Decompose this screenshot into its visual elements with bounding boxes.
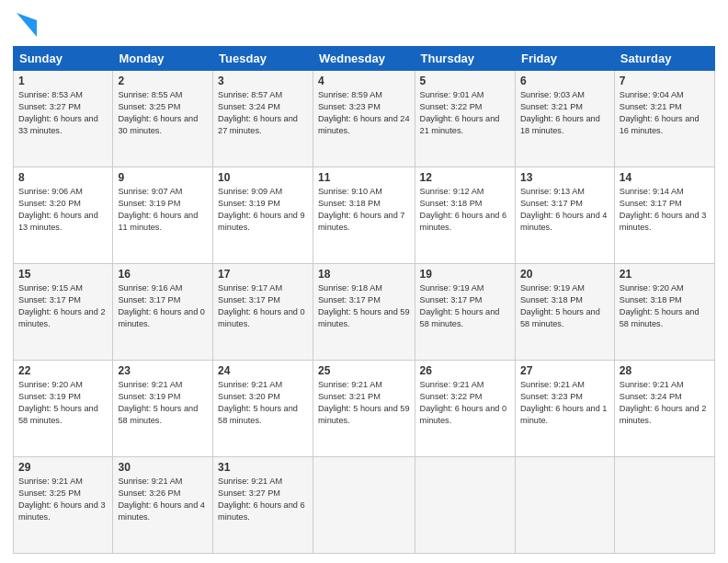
day-number: 15 — [18, 268, 108, 281]
calendar-cell: 17 Sunrise: 9:17 AMSunset: 3:17 PMDaylig… — [213, 264, 313, 361]
calendar-cell: 22 Sunrise: 9:20 AMSunset: 3:19 PMDaylig… — [14, 361, 113, 457]
day-number: 8 — [18, 171, 108, 184]
cell-content: Sunrise: 9:21 AMSunset: 3:26 PMDaylight:… — [118, 476, 208, 523]
cell-content: Sunrise: 9:15 AMSunset: 3:17 PMDaylight:… — [18, 282, 108, 330]
day-number: 23 — [118, 364, 208, 377]
header-day: Thursday — [415, 47, 515, 71]
cell-content: Sunrise: 9:20 AMSunset: 3:19 PMDaylight:… — [18, 379, 108, 427]
calendar-cell: 24 Sunrise: 9:21 AMSunset: 3:20 PMDaylig… — [213, 361, 313, 457]
cell-content: Sunrise: 8:57 AMSunset: 3:24 PMDaylight:… — [218, 89, 308, 137]
calendar-cell: 7 Sunrise: 9:04 AMSunset: 3:21 PMDayligh… — [614, 71, 714, 167]
cell-content: Sunrise: 8:59 AMSunset: 3:23 PMDaylight:… — [318, 89, 410, 137]
calendar-cell: 12 Sunrise: 9:12 AMSunset: 3:18 PMDaylig… — [415, 167, 515, 264]
calendar-cell: 21 Sunrise: 9:20 AMSunset: 3:18 PMDaylig… — [614, 264, 714, 361]
cell-content: Sunrise: 9:09 AMSunset: 3:19 PMDaylight:… — [218, 186, 308, 234]
cell-content: Sunrise: 9:19 AMSunset: 3:18 PMDaylight:… — [520, 282, 609, 330]
day-number: 20 — [520, 268, 609, 281]
page: SundayMondayTuesdayWednesdayThursdayFrid… — [0, 0, 728, 563]
calendar-table: SundayMondayTuesdayWednesdayThursdayFrid… — [13, 46, 715, 554]
calendar-cell: 3 Sunrise: 8:57 AMSunset: 3:24 PMDayligh… — [213, 71, 313, 167]
calendar-cell: 5 Sunrise: 9:01 AMSunset: 3:22 PMDayligh… — [415, 71, 515, 167]
cell-content: Sunrise: 9:12 AMSunset: 3:18 PMDaylight:… — [420, 186, 510, 234]
cell-content: Sunrise: 9:21 AMSunset: 3:20 PMDaylight:… — [218, 379, 308, 427]
day-number: 10 — [218, 171, 308, 184]
day-number: 3 — [218, 75, 308, 87]
day-number: 30 — [118, 461, 208, 474]
calendar-cell: 19 Sunrise: 9:19 AMSunset: 3:17 PMDaylig… — [415, 264, 515, 361]
svg-marker-0 — [17, 13, 37, 37]
calendar-cell — [313, 457, 415, 554]
header-day: Saturday — [614, 47, 714, 71]
day-number: 4 — [318, 75, 410, 87]
day-number: 27 — [520, 364, 609, 377]
cell-content: Sunrise: 9:21 AMSunset: 3:23 PMDaylight:… — [520, 379, 609, 427]
day-number: 24 — [218, 364, 308, 377]
day-number: 9 — [118, 171, 208, 184]
calendar-cell: 26 Sunrise: 9:21 AMSunset: 3:22 PMDaylig… — [415, 361, 515, 457]
calendar-cell — [415, 457, 515, 554]
calendar-cell: 25 Sunrise: 9:21 AMSunset: 3:21 PMDaylig… — [313, 361, 415, 457]
day-number: 19 — [420, 268, 510, 281]
day-number: 14 — [620, 171, 710, 184]
cell-content: Sunrise: 9:14 AMSunset: 3:17 PMDaylight:… — [620, 186, 710, 234]
calendar-cell: 2 Sunrise: 8:55 AMSunset: 3:25 PMDayligh… — [113, 71, 213, 167]
cell-content: Sunrise: 9:21 AMSunset: 3:24 PMDaylight:… — [620, 379, 710, 427]
cell-content: Sunrise: 9:18 AMSunset: 3:17 PMDaylight:… — [318, 282, 410, 330]
calendar-cell: 18 Sunrise: 9:18 AMSunset: 3:17 PMDaylig… — [313, 264, 415, 361]
cell-content: Sunrise: 9:07 AMSunset: 3:19 PMDaylight:… — [118, 186, 208, 234]
calendar-cell: 29 Sunrise: 9:21 AMSunset: 3:25 PMDaylig… — [14, 457, 113, 554]
cell-content: Sunrise: 9:21 AMSunset: 3:22 PMDaylight:… — [420, 379, 510, 427]
calendar-cell: 9 Sunrise: 9:07 AMSunset: 3:19 PMDayligh… — [113, 167, 213, 264]
calendar-cell: 10 Sunrise: 9:09 AMSunset: 3:19 PMDaylig… — [213, 167, 313, 264]
calendar-cell: 11 Sunrise: 9:10 AMSunset: 3:18 PMDaylig… — [313, 167, 415, 264]
calendar-cell: 13 Sunrise: 9:13 AMSunset: 3:17 PMDaylig… — [515, 167, 614, 264]
day-number: 13 — [520, 171, 609, 184]
calendar-cell: 15 Sunrise: 9:15 AMSunset: 3:17 PMDaylig… — [14, 264, 113, 361]
day-number: 12 — [420, 171, 510, 184]
calendar-cell: 28 Sunrise: 9:21 AMSunset: 3:24 PMDaylig… — [614, 361, 714, 457]
day-number: 26 — [420, 364, 510, 377]
cell-content: Sunrise: 9:06 AMSunset: 3:20 PMDaylight:… — [18, 186, 108, 234]
cell-content: Sunrise: 9:16 AMSunset: 3:17 PMDaylight:… — [118, 282, 208, 330]
day-number: 6 — [520, 75, 609, 87]
cell-content: Sunrise: 9:21 AMSunset: 3:19 PMDaylight:… — [118, 379, 208, 427]
day-number: 28 — [620, 364, 710, 377]
header-day: Wednesday — [313, 47, 415, 71]
cell-content: Sunrise: 9:20 AMSunset: 3:18 PMDaylight:… — [620, 282, 710, 330]
cell-content: Sunrise: 9:21 AMSunset: 3:21 PMDaylight:… — [318, 379, 410, 427]
calendar-cell: 23 Sunrise: 9:21 AMSunset: 3:19 PMDaylig… — [113, 361, 213, 457]
header — [13, 9, 715, 40]
cell-content: Sunrise: 9:13 AMSunset: 3:17 PMDaylight:… — [520, 186, 609, 234]
calendar-cell: 27 Sunrise: 9:21 AMSunset: 3:23 PMDaylig… — [515, 361, 614, 457]
cell-content: Sunrise: 9:19 AMSunset: 3:17 PMDaylight:… — [420, 282, 510, 330]
calendar-cell: 16 Sunrise: 9:16 AMSunset: 3:17 PMDaylig… — [113, 264, 213, 361]
calendar-week: 29 Sunrise: 9:21 AMSunset: 3:25 PMDaylig… — [14, 457, 715, 554]
day-number: 17 — [218, 268, 308, 281]
calendar-cell: 20 Sunrise: 9:19 AMSunset: 3:18 PMDaylig… — [515, 264, 614, 361]
cell-content: Sunrise: 9:04 AMSunset: 3:21 PMDaylight:… — [620, 89, 710, 137]
day-number: 16 — [118, 268, 208, 281]
cell-content: Sunrise: 9:21 AMSunset: 3:25 PMDaylight:… — [18, 476, 108, 523]
calendar-cell: 4 Sunrise: 8:59 AMSunset: 3:23 PMDayligh… — [313, 71, 415, 167]
calendar-cell — [515, 457, 614, 554]
logo-icon — [17, 13, 37, 40]
header-day: Tuesday — [213, 47, 313, 71]
cell-content: Sunrise: 8:55 AMSunset: 3:25 PMDaylight:… — [118, 89, 208, 137]
header-row: SundayMondayTuesdayWednesdayThursdayFrid… — [14, 47, 715, 71]
cell-content: Sunrise: 9:03 AMSunset: 3:21 PMDaylight:… — [520, 89, 609, 137]
header-day: Sunday — [14, 47, 113, 71]
day-number: 25 — [318, 364, 410, 377]
day-number: 5 — [420, 75, 510, 87]
header-day: Friday — [515, 47, 614, 71]
day-number: 18 — [318, 268, 410, 281]
calendar-cell: 1 Sunrise: 8:53 AMSunset: 3:27 PMDayligh… — [14, 71, 113, 167]
cell-content: Sunrise: 8:53 AMSunset: 3:27 PMDaylight:… — [18, 89, 108, 137]
day-number: 2 — [118, 75, 208, 87]
calendar-cell: 6 Sunrise: 9:03 AMSunset: 3:21 PMDayligh… — [515, 71, 614, 167]
cell-content: Sunrise: 9:21 AMSunset: 3:27 PMDaylight:… — [218, 476, 308, 523]
calendar-cell: 8 Sunrise: 9:06 AMSunset: 3:20 PMDayligh… — [14, 167, 113, 264]
day-number: 31 — [218, 461, 308, 474]
calendar-cell — [614, 457, 714, 554]
logo — [13, 13, 37, 40]
cell-content: Sunrise: 9:01 AMSunset: 3:22 PMDaylight:… — [420, 89, 510, 137]
